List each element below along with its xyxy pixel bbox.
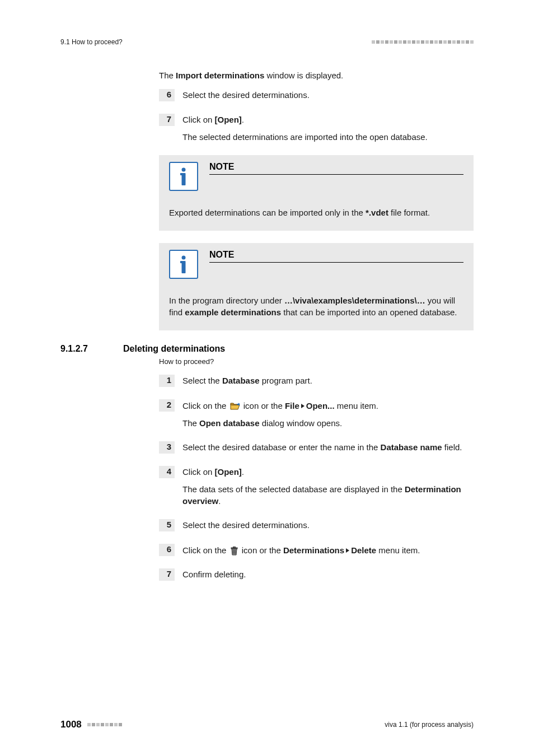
note-title: NOTE xyxy=(209,250,463,260)
svg-rect-2 xyxy=(180,173,183,175)
info-icon xyxy=(169,162,198,191)
step-body: Select the desired determinations. xyxy=(182,519,474,531)
note-body: Exported determinations can be imported … xyxy=(169,207,463,218)
step-number: 1 xyxy=(159,375,175,387)
section-number: 9.1.2.7 xyxy=(60,344,123,354)
page-header: 9.1 How to proceed? xyxy=(60,38,474,46)
step-number: 7 xyxy=(159,568,175,581)
menu-arrow-icon xyxy=(345,544,350,556)
svg-rect-5 xyxy=(180,261,183,263)
info-icon xyxy=(169,250,198,279)
step-body: Select the Database program part. xyxy=(182,375,474,387)
svg-point-3 xyxy=(182,256,186,260)
page-number: 1008 xyxy=(60,719,82,730)
svg-point-0 xyxy=(182,168,186,172)
step-number: 5 xyxy=(159,519,175,531)
step-body: Select the desired determinations. xyxy=(182,89,474,101)
step-number: 6 xyxy=(159,89,175,101)
step-number: 7 xyxy=(159,114,175,126)
section-header: 9.1.2.7 Deleting determinations xyxy=(60,344,474,354)
step-body: Select the desired database or enter the… xyxy=(182,441,474,454)
footer-text: viva 1.1 (for process analysis) xyxy=(385,721,474,729)
trash-icon xyxy=(230,547,238,556)
step-body: Click on the icon or the FileOpen... men… xyxy=(182,399,474,429)
step-body: Click on [Open]. The selected determinat… xyxy=(182,114,474,143)
step-body: Click on the icon or the DeterminationsD… xyxy=(182,544,474,556)
note-body: In the program directory under …\viva\ex… xyxy=(169,295,463,318)
step-number: 6 xyxy=(159,544,175,556)
step-body: Confirm deleting. xyxy=(182,568,474,581)
svg-rect-7 xyxy=(233,547,235,548)
page-footer: 1008 viva 1.1 (for process analysis) xyxy=(60,719,474,730)
note-title: NOTE xyxy=(209,162,463,172)
steps-delete: 1 Select the Database program part. 2 Cl… xyxy=(159,375,474,581)
section-subtitle: How to proceed? xyxy=(159,357,474,366)
intro-line: The Import determinations window is disp… xyxy=(159,69,474,81)
steps-continued: 6 Select the desired determinations. 7 C… xyxy=(159,89,474,143)
section-title: Deleting determinations xyxy=(123,344,225,354)
step-number: 4 xyxy=(159,466,175,478)
note-box: NOTE In the program directory under …\vi… xyxy=(159,243,474,330)
step-number: 2 xyxy=(159,399,175,412)
open-folder-icon xyxy=(230,402,240,410)
breadcrumb: 9.1 How to proceed? xyxy=(60,38,123,46)
step-number: 3 xyxy=(159,441,175,454)
menu-arrow-icon xyxy=(301,399,305,411)
step-body: Click on [Open]. The data sets of the se… xyxy=(182,466,474,507)
footer-decoration xyxy=(87,723,122,726)
note-box: NOTE Exported determinations can be impo… xyxy=(159,155,474,231)
header-decoration xyxy=(372,40,474,44)
